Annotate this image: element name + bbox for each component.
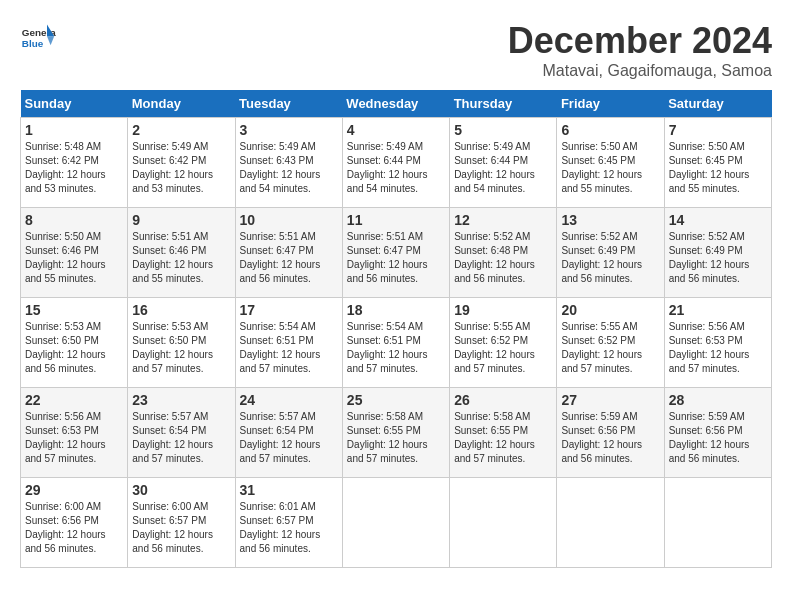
calendar-cell: 6Sunrise: 5:50 AM Sunset: 6:45 PM Daylig… [557, 118, 664, 208]
day-info: Sunrise: 5:49 AM Sunset: 6:44 PM Dayligh… [347, 140, 445, 196]
col-saturday: Saturday [664, 90, 771, 118]
calendar-week-4: 22Sunrise: 5:56 AM Sunset: 6:53 PM Dayli… [21, 388, 772, 478]
day-number: 29 [25, 482, 123, 498]
day-number: 13 [561, 212, 659, 228]
day-info: Sunrise: 5:57 AM Sunset: 6:54 PM Dayligh… [132, 410, 230, 466]
calendar-title: December 2024 [508, 20, 772, 62]
day-info: Sunrise: 5:49 AM Sunset: 6:42 PM Dayligh… [132, 140, 230, 196]
calendar-cell: 3Sunrise: 5:49 AM Sunset: 6:43 PM Daylig… [235, 118, 342, 208]
calendar-cell: 8Sunrise: 5:50 AM Sunset: 6:46 PM Daylig… [21, 208, 128, 298]
calendar-week-3: 15Sunrise: 5:53 AM Sunset: 6:50 PM Dayli… [21, 298, 772, 388]
day-number: 20 [561, 302, 659, 318]
col-thursday: Thursday [450, 90, 557, 118]
calendar-cell: 13Sunrise: 5:52 AM Sunset: 6:49 PM Dayli… [557, 208, 664, 298]
calendar-cell [450, 478, 557, 568]
day-info: Sunrise: 5:51 AM Sunset: 6:46 PM Dayligh… [132, 230, 230, 286]
col-wednesday: Wednesday [342, 90, 449, 118]
calendar-cell: 20Sunrise: 5:55 AM Sunset: 6:52 PM Dayli… [557, 298, 664, 388]
day-number: 27 [561, 392, 659, 408]
title-section: December 2024 Matavai, Gagaifomauga, Sam… [508, 20, 772, 80]
day-number: 8 [25, 212, 123, 228]
day-number: 5 [454, 122, 552, 138]
day-number: 18 [347, 302, 445, 318]
day-number: 24 [240, 392, 338, 408]
logo: General Blue [20, 20, 56, 56]
svg-marker-3 [47, 36, 54, 45]
day-number: 25 [347, 392, 445, 408]
day-info: Sunrise: 5:56 AM Sunset: 6:53 PM Dayligh… [25, 410, 123, 466]
calendar-cell: 11Sunrise: 5:51 AM Sunset: 6:47 PM Dayli… [342, 208, 449, 298]
calendar-cell: 23Sunrise: 5:57 AM Sunset: 6:54 PM Dayli… [128, 388, 235, 478]
day-number: 7 [669, 122, 767, 138]
logo-icon: General Blue [20, 20, 56, 56]
calendar-cell [664, 478, 771, 568]
day-info: Sunrise: 6:00 AM Sunset: 6:57 PM Dayligh… [132, 500, 230, 556]
day-number: 31 [240, 482, 338, 498]
calendar-week-1: 1Sunrise: 5:48 AM Sunset: 6:42 PM Daylig… [21, 118, 772, 208]
day-info: Sunrise: 5:50 AM Sunset: 6:45 PM Dayligh… [669, 140, 767, 196]
day-info: Sunrise: 6:01 AM Sunset: 6:57 PM Dayligh… [240, 500, 338, 556]
day-number: 14 [669, 212, 767, 228]
calendar-cell: 26Sunrise: 5:58 AM Sunset: 6:55 PM Dayli… [450, 388, 557, 478]
calendar-cell: 2Sunrise: 5:49 AM Sunset: 6:42 PM Daylig… [128, 118, 235, 208]
calendar-cell: 31Sunrise: 6:01 AM Sunset: 6:57 PM Dayli… [235, 478, 342, 568]
col-sunday: Sunday [21, 90, 128, 118]
calendar-week-2: 8Sunrise: 5:50 AM Sunset: 6:46 PM Daylig… [21, 208, 772, 298]
day-number: 9 [132, 212, 230, 228]
svg-text:Blue: Blue [22, 38, 44, 49]
day-info: Sunrise: 5:55 AM Sunset: 6:52 PM Dayligh… [454, 320, 552, 376]
day-info: Sunrise: 5:51 AM Sunset: 6:47 PM Dayligh… [347, 230, 445, 286]
calendar-cell: 4Sunrise: 5:49 AM Sunset: 6:44 PM Daylig… [342, 118, 449, 208]
calendar-cell: 16Sunrise: 5:53 AM Sunset: 6:50 PM Dayli… [128, 298, 235, 388]
calendar-cell: 12Sunrise: 5:52 AM Sunset: 6:48 PM Dayli… [450, 208, 557, 298]
day-number: 15 [25, 302, 123, 318]
calendar-subtitle: Matavai, Gagaifomauga, Samoa [508, 62, 772, 80]
day-info: Sunrise: 5:50 AM Sunset: 6:46 PM Dayligh… [25, 230, 123, 286]
day-info: Sunrise: 5:54 AM Sunset: 6:51 PM Dayligh… [240, 320, 338, 376]
day-info: Sunrise: 5:48 AM Sunset: 6:42 PM Dayligh… [25, 140, 123, 196]
calendar-cell: 27Sunrise: 5:59 AM Sunset: 6:56 PM Dayli… [557, 388, 664, 478]
day-info: Sunrise: 6:00 AM Sunset: 6:56 PM Dayligh… [25, 500, 123, 556]
day-number: 4 [347, 122, 445, 138]
calendar-cell [342, 478, 449, 568]
calendar-cell: 5Sunrise: 5:49 AM Sunset: 6:44 PM Daylig… [450, 118, 557, 208]
day-number: 28 [669, 392, 767, 408]
page-header: General Blue December 2024 Matavai, Gaga… [20, 20, 772, 80]
calendar-cell: 29Sunrise: 6:00 AM Sunset: 6:56 PM Dayli… [21, 478, 128, 568]
calendar-cell: 9Sunrise: 5:51 AM Sunset: 6:46 PM Daylig… [128, 208, 235, 298]
day-number: 19 [454, 302, 552, 318]
day-info: Sunrise: 5:58 AM Sunset: 6:55 PM Dayligh… [347, 410, 445, 466]
calendar-cell: 10Sunrise: 5:51 AM Sunset: 6:47 PM Dayli… [235, 208, 342, 298]
day-info: Sunrise: 5:56 AM Sunset: 6:53 PM Dayligh… [669, 320, 767, 376]
day-number: 10 [240, 212, 338, 228]
day-number: 26 [454, 392, 552, 408]
calendar-cell: 17Sunrise: 5:54 AM Sunset: 6:51 PM Dayli… [235, 298, 342, 388]
day-info: Sunrise: 5:55 AM Sunset: 6:52 PM Dayligh… [561, 320, 659, 376]
day-info: Sunrise: 5:49 AM Sunset: 6:44 PM Dayligh… [454, 140, 552, 196]
day-number: 23 [132, 392, 230, 408]
day-info: Sunrise: 5:50 AM Sunset: 6:45 PM Dayligh… [561, 140, 659, 196]
day-info: Sunrise: 5:52 AM Sunset: 6:48 PM Dayligh… [454, 230, 552, 286]
day-info: Sunrise: 5:58 AM Sunset: 6:55 PM Dayligh… [454, 410, 552, 466]
day-number: 16 [132, 302, 230, 318]
col-monday: Monday [128, 90, 235, 118]
day-number: 12 [454, 212, 552, 228]
day-info: Sunrise: 5:52 AM Sunset: 6:49 PM Dayligh… [561, 230, 659, 286]
day-number: 2 [132, 122, 230, 138]
day-number: 21 [669, 302, 767, 318]
day-number: 6 [561, 122, 659, 138]
calendar-cell: 1Sunrise: 5:48 AM Sunset: 6:42 PM Daylig… [21, 118, 128, 208]
calendar-cell: 15Sunrise: 5:53 AM Sunset: 6:50 PM Dayli… [21, 298, 128, 388]
calendar-cell: 14Sunrise: 5:52 AM Sunset: 6:49 PM Dayli… [664, 208, 771, 298]
calendar-cell: 21Sunrise: 5:56 AM Sunset: 6:53 PM Dayli… [664, 298, 771, 388]
day-number: 30 [132, 482, 230, 498]
day-info: Sunrise: 5:52 AM Sunset: 6:49 PM Dayligh… [669, 230, 767, 286]
calendar-cell: 30Sunrise: 6:00 AM Sunset: 6:57 PM Dayli… [128, 478, 235, 568]
calendar-cell [557, 478, 664, 568]
header-row: Sunday Monday Tuesday Wednesday Thursday… [21, 90, 772, 118]
day-info: Sunrise: 5:59 AM Sunset: 6:56 PM Dayligh… [561, 410, 659, 466]
day-number: 11 [347, 212, 445, 228]
day-info: Sunrise: 5:49 AM Sunset: 6:43 PM Dayligh… [240, 140, 338, 196]
col-friday: Friday [557, 90, 664, 118]
calendar-table: Sunday Monday Tuesday Wednesday Thursday… [20, 90, 772, 568]
